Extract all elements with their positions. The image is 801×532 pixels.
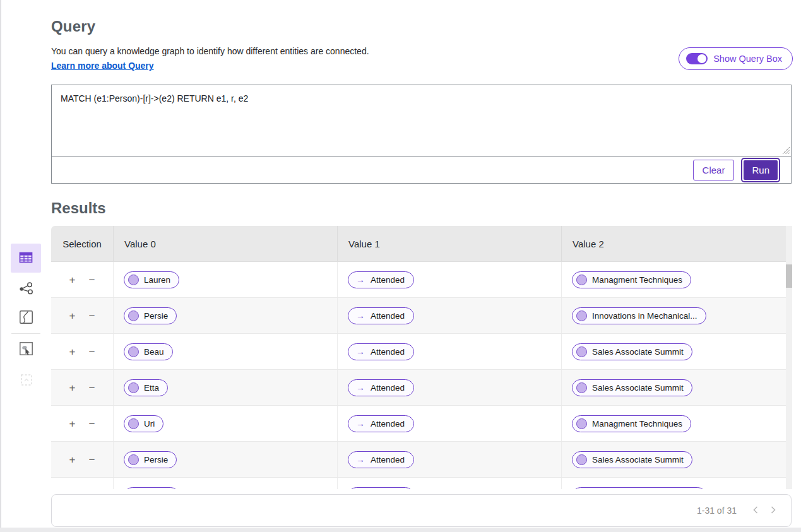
entity-pill[interactable]: Etta bbox=[124, 379, 168, 396]
query-textarea[interactable]: MATCH (e1:Person)-[r]->(e2) RETURN e1, r… bbox=[52, 85, 791, 156]
node-circle-icon bbox=[576, 275, 587, 285]
table-row: + − Beau → Attended Sales Associate Summ… bbox=[51, 334, 792, 370]
relationship-pill[interactable]: → Attended bbox=[348, 307, 414, 324]
entity-pill-label: Persie bbox=[144, 455, 168, 464]
pagination-bar: 1-31 of 31 bbox=[51, 494, 792, 527]
entity-pill-label: Sales Associate Summit bbox=[592, 455, 684, 464]
entity-pill[interactable]: Managment Techniques bbox=[572, 415, 691, 432]
graph-network-icon bbox=[18, 280, 35, 299]
plus-icon[interactable]: + bbox=[69, 275, 76, 285]
run-button[interactable]: Run bbox=[744, 160, 778, 180]
table-icon bbox=[19, 251, 33, 266]
relationship-pill[interactable]: → Attended bbox=[348, 487, 414, 490]
entity-pill[interactable]: Beau bbox=[124, 343, 173, 360]
selection-cell: + − bbox=[51, 442, 114, 477]
column-header-selection: Selection bbox=[51, 226, 114, 261]
chevron-left-icon bbox=[753, 506, 758, 516]
table-view-button[interactable] bbox=[11, 244, 41, 273]
value0-cell: Lauren bbox=[114, 478, 338, 489]
minus-icon[interactable]: − bbox=[89, 382, 95, 393]
selection-cell: + − bbox=[51, 478, 114, 489]
page-background-strip bbox=[0, 528, 801, 532]
table-row: + − Persie → Attended Sales Associate Su… bbox=[51, 442, 792, 478]
plus-icon[interactable]: + bbox=[69, 310, 76, 321]
minus-icon[interactable]: − bbox=[89, 275, 95, 285]
entity-pill[interactable]: Innovations in Mechanical... bbox=[572, 487, 706, 490]
clear-button[interactable]: Clear bbox=[693, 160, 735, 180]
entity-pill-label: Managment Techniques bbox=[592, 275, 682, 285]
value1-cell: → Attended bbox=[338, 262, 562, 297]
plus-icon[interactable]: + bbox=[69, 346, 76, 357]
value0-cell: Beau bbox=[114, 334, 338, 369]
value2-cell: Sales Associate Summit bbox=[562, 334, 792, 369]
entity-pill-label: Lauren bbox=[144, 275, 170, 285]
entity-pill[interactable]: Uri bbox=[124, 415, 163, 432]
entity-pill[interactable]: Persie bbox=[124, 451, 177, 468]
relationship-pill[interactable]: → Attended bbox=[348, 271, 414, 288]
plus-icon[interactable]: + bbox=[69, 454, 76, 465]
entity-pill[interactable]: Innovations in Mechanical... bbox=[572, 307, 706, 324]
column-header-value1: Value 1 bbox=[338, 226, 562, 261]
value0-cell: Lauren bbox=[114, 262, 338, 297]
node-circle-icon bbox=[128, 275, 139, 285]
value1-cell: → Attended bbox=[338, 298, 562, 333]
value1-cell: → Attended bbox=[338, 478, 562, 489]
entity-pill[interactable]: Lauren bbox=[124, 271, 179, 288]
relationship-pill[interactable]: → Attended bbox=[348, 379, 414, 396]
node-circle-icon bbox=[128, 346, 139, 357]
node-circle-icon bbox=[128, 382, 139, 393]
relationship-pill-label: Attended bbox=[371, 311, 405, 321]
plus-icon[interactable]: + bbox=[69, 418, 76, 429]
relationship-pill-label: Attended bbox=[371, 419, 405, 429]
entity-pill-label: Sales Associate Summit bbox=[592, 347, 684, 357]
previous-page-button[interactable] bbox=[747, 502, 764, 519]
toggle-label: Show Query Box bbox=[713, 54, 782, 64]
scrollbar-thumb[interactable] bbox=[786, 264, 792, 288]
select-region-view-button[interactable] bbox=[18, 341, 35, 358]
entity-pill[interactable]: Sales Associate Summit bbox=[572, 451, 692, 468]
minus-icon[interactable]: − bbox=[89, 346, 95, 357]
relationship-pill[interactable]: → Attended bbox=[348, 343, 414, 360]
dashed-square-icon bbox=[20, 374, 33, 388]
map-view-button[interactable] bbox=[18, 309, 35, 326]
show-query-box-toggle[interactable]: Show Query Box bbox=[679, 47, 793, 70]
entity-pill-label: Sales Associate Summit bbox=[592, 383, 684, 393]
results-table: Selection Value 0 Value 1 Value 2 + − La… bbox=[51, 226, 792, 489]
table-body: + − Lauren → Attended Managment Techniqu… bbox=[51, 262, 792, 489]
entity-pill[interactable]: Sales Associate Summit bbox=[572, 343, 692, 360]
minus-icon[interactable]: − bbox=[89, 454, 95, 465]
minus-icon[interactable]: − bbox=[89, 310, 95, 321]
relationship-pill[interactable]: → Attended bbox=[348, 415, 414, 432]
pagination-count: 1-31 of 31 bbox=[697, 505, 737, 516]
relationship-pill[interactable]: → Attended bbox=[348, 451, 414, 468]
toggle-switch-icon bbox=[686, 53, 708, 64]
entity-pill[interactable]: Lauren bbox=[124, 487, 179, 490]
scrollbar-track[interactable] bbox=[786, 226, 792, 489]
run-button-focus-ring: Run bbox=[741, 158, 780, 182]
entity-pill[interactable]: Managment Techniques bbox=[572, 271, 691, 288]
graph-view-button[interactable] bbox=[17, 281, 35, 299]
arrow-right-icon: → bbox=[356, 347, 365, 356]
resize-handle-icon[interactable] bbox=[783, 145, 790, 157]
node-circle-icon bbox=[576, 418, 587, 429]
value2-cell: Managment Techniques bbox=[562, 262, 792, 297]
table-header-row: Selection Value 0 Value 1 Value 2 bbox=[51, 226, 792, 262]
value2-cell: Sales Associate Summit bbox=[562, 370, 792, 405]
learn-more-link[interactable]: Learn more about Query bbox=[51, 61, 154, 71]
node-circle-icon bbox=[128, 310, 139, 321]
results-title: Results bbox=[51, 199, 106, 217]
value2-cell: Managment Techniques bbox=[562, 406, 792, 441]
entity-pill[interactable]: Persie bbox=[124, 307, 177, 324]
value2-cell: Innovations in Mechanical... bbox=[562, 298, 792, 333]
entity-pill[interactable]: Sales Associate Summit bbox=[572, 379, 692, 396]
minus-icon[interactable]: − bbox=[89, 418, 95, 429]
value0-cell: Etta bbox=[114, 370, 338, 405]
arrow-right-icon: → bbox=[356, 275, 365, 284]
node-circle-icon bbox=[576, 346, 587, 357]
node-circle-icon bbox=[576, 454, 587, 465]
next-page-button[interactable] bbox=[764, 502, 782, 519]
selection-cell: + − bbox=[51, 262, 114, 297]
plus-icon[interactable]: + bbox=[69, 382, 76, 393]
column-header-value0: Value 0 bbox=[114, 226, 338, 261]
query-description: You can query a knowledge graph to ident… bbox=[51, 46, 369, 56]
